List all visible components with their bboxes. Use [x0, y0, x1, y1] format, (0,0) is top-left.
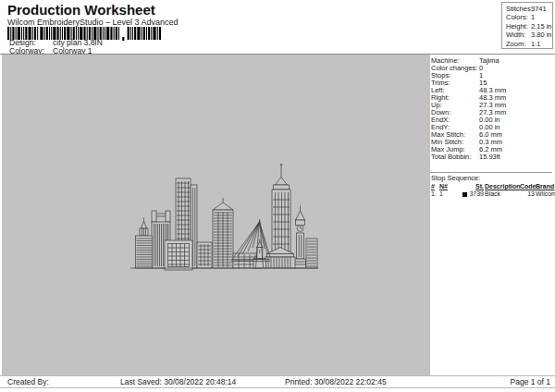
table-row-code: 13	[520, 190, 535, 198]
table-row-st: 3739	[456, 190, 484, 198]
city-skyline-drawing-icon	[130, 159, 319, 272]
stop-sequence-divider	[430, 172, 552, 173]
property-row-total-bobbin: Total Bobbin:15.93ft	[430, 153, 555, 161]
stat-stitches: Stitches:3741	[506, 5, 552, 13]
app-subtitle: Wilcom EmbroideryStudio – Level 3 Advanc…	[7, 18, 179, 27]
stop-sequence-table: # N# St. Description Code Brand 1. 1 373…	[430, 183, 555, 198]
stat-height: Height:2.15 in	[506, 22, 552, 31]
printed-timestamp: Printed: 30/08/2022 22:02:45	[285, 377, 387, 386]
thread-color-swatch	[462, 192, 467, 197]
stat-width: Width:3.80 in	[506, 31, 552, 39]
column-header-num: #	[431, 183, 438, 190]
page-number: Page 1 of 1	[511, 377, 550, 386]
production-worksheet-page: Production Worksheet Wilcom EmbroiderySt…	[0, 0, 555, 392]
table-row-brand: Wilcom	[536, 190, 555, 198]
column-header-description: Description	[485, 183, 519, 190]
stop-sequence-label: Stop Sequence:	[430, 174, 555, 182]
column-header-st: St.	[456, 183, 484, 190]
table-row-n: 1	[439, 190, 455, 198]
column-header-brand: Brand	[536, 183, 555, 190]
stat-zoom: Zoom:1:1	[506, 40, 552, 48]
footer-divider-top	[0, 375, 555, 376]
table-row-description: Black	[485, 190, 519, 198]
last-saved-timestamp: Last Saved: 30/08/2022 20:48:14	[120, 377, 236, 386]
design-canvas	[2, 55, 431, 375]
table-row-num: 1.	[431, 190, 438, 198]
stat-colors: Colors:1	[506, 13, 552, 21]
column-header-code: Code	[520, 183, 535, 190]
design-stats-box: Stitches:3741 Colors:1 Height:2.15 in Wi…	[501, 2, 553, 49]
footer-divider-bottom	[0, 387, 555, 388]
column-header-n: N#	[439, 183, 455, 190]
created-by-label: Created By:	[7, 377, 49, 386]
machine-properties-panel: Machine:Tajima Color changes:0 Stops:1 T…	[430, 55, 555, 375]
page-title: Production Worksheet	[7, 2, 155, 18]
